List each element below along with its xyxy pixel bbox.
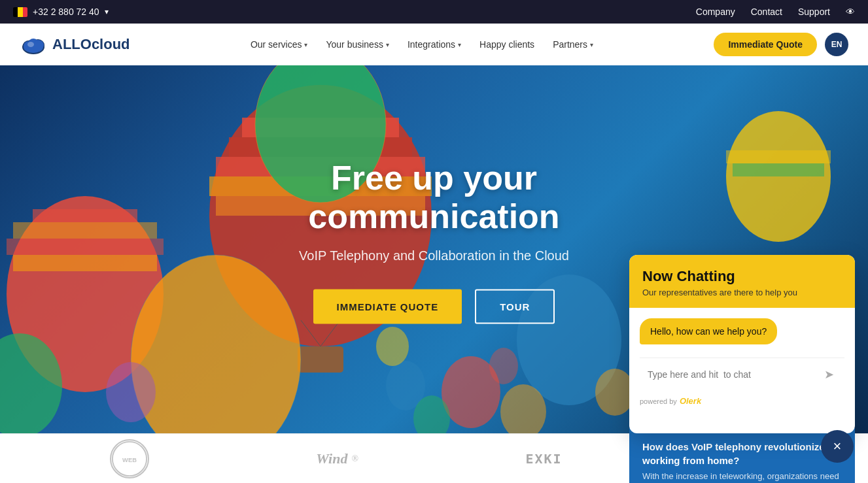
eye-icon[interactable]: 👁 (846, 7, 855, 17)
chat-title: Now Chatting (642, 268, 842, 285)
chat-bubble: Hello, how can we help you? (640, 318, 777, 344)
nav-our-services[interactable]: Our services ▾ (251, 39, 308, 50)
send-icon: ➤ (824, 368, 834, 381)
svg-point-36 (489, 348, 518, 384)
svg-text:WEB: WEB (122, 456, 137, 463)
chat-input[interactable] (648, 369, 822, 380)
svg-point-34 (376, 327, 409, 366)
chat-widget: Now Chatting Our representatives are the… (629, 255, 855, 433)
immediate-quote-button[interactable]: Immediate Quote (714, 33, 817, 56)
chat-send-button[interactable]: ➤ (822, 365, 837, 384)
hero-tour-button[interactable]: TOUR (475, 290, 555, 324)
topbar-left: +32 2 880 72 40 ▾ (13, 7, 109, 17)
hero-immediate-quote-button[interactable]: IMMEDIATE QUOTE (313, 290, 462, 324)
integrations-chevron-icon: ▾ (458, 41, 461, 48)
nav-right: Immediate Quote EN (714, 33, 848, 56)
phone-number[interactable]: +32 2 880 72 40 (33, 7, 99, 17)
logo-cloud-icon (20, 33, 47, 56)
hero-content: Free up your communication VoIP Telephon… (205, 158, 663, 324)
nav-integrations[interactable]: Integrations ▾ (408, 39, 461, 50)
clerk-brand: Olerk (680, 396, 701, 406)
powered-by-text: powered by (640, 397, 677, 405)
svg-rect-23 (33, 209, 137, 222)
partner-web: WEB (110, 439, 149, 478)
chat-input-row: ➤ (640, 358, 844, 391)
topbar-right: Company Contact Support 👁 (696, 7, 855, 17)
phone-dropdown-icon[interactable]: ▾ (105, 7, 109, 16)
svg-rect-29 (733, 163, 824, 176)
partner-wind: Wind® (316, 450, 358, 467)
partner-exki: EXKI (525, 451, 562, 467)
blog-preview: How does VoIP telephony revolutionize wo… (629, 428, 855, 483)
svg-point-7 (27, 42, 34, 47)
chat-subtitle: Our representatives are there to help yo… (642, 288, 842, 297)
chat-body: Hello, how can we help you? ➤ (629, 308, 855, 391)
svg-rect-22 (13, 222, 157, 239)
navbar: ALLOcloud Our services ▾ Your business ▾… (0, 24, 868, 65)
flag-icon (13, 7, 27, 17)
chat-footer: powered by Olerk (629, 391, 855, 414)
logo[interactable]: ALLOcloud (20, 33, 130, 56)
hero-title: Free up your communication (205, 158, 663, 237)
svg-point-38 (595, 369, 634, 416)
services-chevron-icon: ▾ (304, 41, 307, 48)
blog-title: How does VoIP telephony revolutionize wo… (642, 440, 842, 467)
close-chat-button[interactable]: × (821, 430, 854, 463)
nav-partners[interactable]: Partners ▾ (553, 39, 593, 50)
business-chevron-icon: ▾ (386, 41, 389, 48)
partners-chevron-icon: ▾ (590, 41, 593, 48)
nav-your-business[interactable]: Your business ▾ (326, 39, 389, 50)
language-button[interactable]: EN (825, 33, 848, 56)
svg-rect-20 (13, 255, 157, 271)
nav-happy-clients[interactable]: Happy clients (479, 39, 534, 50)
nav-links: Our services ▾ Your business ▾ Integrati… (251, 39, 593, 50)
hero-subtitle: VoIP Telephony and Collaboration in the … (205, 248, 663, 263)
blog-teaser: With the increase in teleworking, organi… (642, 471, 842, 483)
topbar: +32 2 880 72 40 ▾ Company Contact Suppor… (0, 0, 868, 24)
support-link[interactable]: Support (798, 7, 830, 17)
chat-header: Now Chatting Our representatives are the… (629, 255, 855, 308)
svg-rect-30 (726, 150, 831, 163)
contact-link[interactable]: Contact (751, 7, 782, 17)
svg-rect-21 (7, 239, 164, 255)
svg-rect-14 (298, 346, 343, 373)
logo-text: ALLOcloud (52, 36, 130, 53)
hero-buttons: IMMEDIATE QUOTE TOUR (205, 290, 663, 324)
company-link[interactable]: Company (696, 7, 735, 17)
svg-point-37 (106, 362, 156, 422)
